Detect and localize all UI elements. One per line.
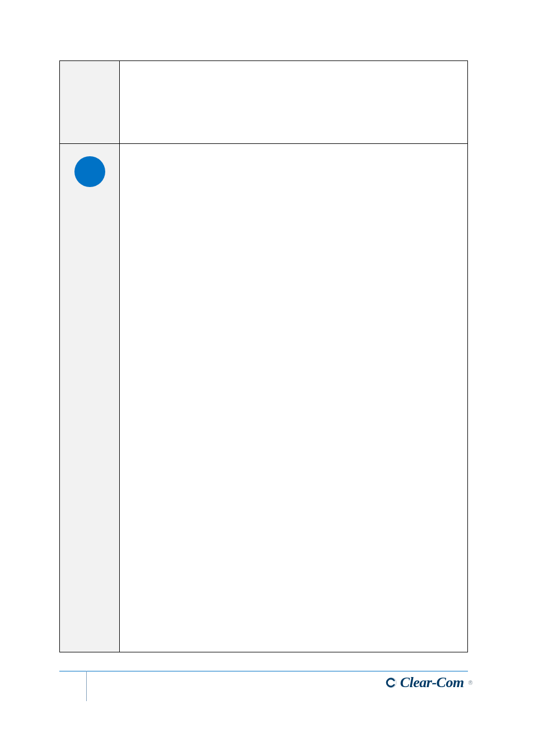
body-left-cell [60, 144, 120, 652]
table-header-row [60, 61, 467, 144]
header-right-cell [120, 61, 467, 143]
body-right-cell [120, 144, 467, 652]
brand-name: Clear-Com [400, 674, 464, 691]
document-page: Clear-Com ® [0, 0, 534, 756]
content-table [59, 60, 468, 652]
brand-logo: Clear-Com ® [386, 674, 472, 691]
header-left-cell [60, 61, 120, 143]
blue-circle-marker-icon [74, 156, 105, 187]
footer-tick-mark [86, 671, 87, 701]
brand-c-icon [386, 677, 397, 688]
footer-divider [59, 671, 468, 671]
registered-symbol: ® [469, 680, 472, 686]
table-body-row [60, 144, 467, 652]
